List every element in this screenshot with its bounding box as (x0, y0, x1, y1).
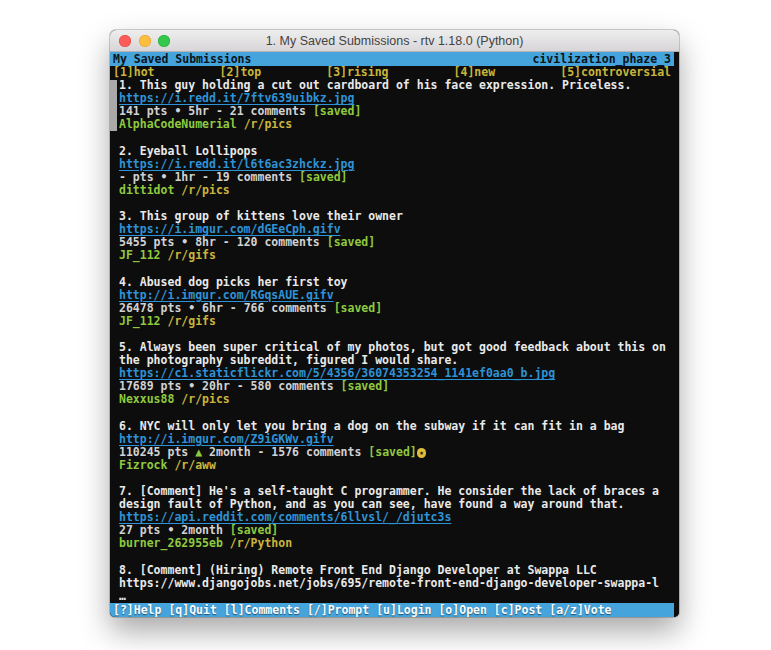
submission-url[interactable]: https://www.djangojobs.net/jobs/695/remo… (119, 576, 659, 590)
age-text: 8hr - 120 comments (188, 235, 326, 249)
help-item-4[interactable]: [/]Prompt (307, 603, 376, 617)
help-bar: [?]Help [q]Quit [l]Comments [/]Prompt [u… (110, 603, 674, 617)
author-name[interactable]: Fizrock (119, 458, 167, 472)
help-item-2[interactable]: [q]Quit (168, 603, 223, 617)
terminal-window: 1. My Saved Submissions - rtv 1.18.0 (Py… (110, 30, 679, 617)
age-text: 5hr - 21 comments (181, 104, 313, 118)
age-text: 6hr - 766 comments (195, 301, 333, 315)
age-text: 1hr - 19 comments (167, 170, 299, 184)
submission-url[interactable]: https://i.redd.it/7ftv639uibkz.jpg (119, 91, 354, 105)
gilded-icon: ★ (417, 448, 427, 458)
help-item-1[interactable]: [?]Help (113, 603, 168, 617)
score-text: 141 pts (119, 104, 174, 118)
submission-url[interactable]: https://i.imgur.com/dGEeCph.gifv (119, 222, 341, 236)
submission-url-row: https://www.djangojobs.net/jobs/695/remo… (110, 577, 673, 590)
score-text: 110245 pts (119, 445, 195, 459)
submission-byline: AlphaCodeNumerial /r/pics (110, 118, 673, 131)
score-text: 17689 pts (119, 379, 188, 393)
author-name[interactable]: JF_112 (119, 314, 161, 328)
score-text: 26478 pts (119, 301, 188, 315)
subreddit-name[interactable]: /r/pics (181, 392, 229, 406)
submission-item[interactable]: 3. This group of kittens love their owne… (110, 210, 679, 262)
submission-url[interactable]: http://i.imgur.com/RGqsAUE.gifv (119, 288, 334, 302)
submission-byline: Fizrock /r/aww (110, 459, 673, 472)
age-text: 2month - 1576 comments (202, 445, 368, 459)
submission-byline: Nexxus88 /r/pics (110, 393, 673, 406)
submission-item[interactable]: 7. [Comment] He's a self-taught C progra… (110, 485, 679, 550)
saved-badge: [saved] (299, 170, 347, 184)
saved-badge: [saved] (368, 445, 416, 459)
subreddit-name[interactable]: /r/Python (230, 536, 292, 550)
submission-byline: burner_262955eb /r/Python (110, 537, 673, 550)
saved-badge: [saved] (334, 301, 382, 315)
submission-item[interactable]: 4. Abused dog picks her first toyhttp://… (110, 276, 679, 328)
submission-byline: JF_112 /r/gifs (110, 249, 673, 262)
author-name[interactable]: Nexxus88 (119, 392, 174, 406)
help-item-5[interactable]: [u]Login (376, 603, 438, 617)
header-bar: My Saved Submissions civilization_phaze_… (110, 52, 674, 66)
blank-line (110, 406, 679, 419)
page-title: My Saved Submissions (113, 52, 251, 66)
subreddit-name[interactable]: /r/pics (244, 117, 292, 131)
age-text: 20hr - 580 comments (195, 379, 340, 393)
window-zoom-button[interactable] (158, 35, 170, 47)
subreddit-name[interactable]: /r/gifs (167, 314, 215, 328)
author-name[interactable]: dittidot (119, 183, 174, 197)
score-text: - pts (119, 170, 161, 184)
author-name[interactable]: JF_112 (119, 248, 161, 262)
window-close-button[interactable] (119, 35, 131, 47)
submission-item[interactable]: 6. NYC will only let you bring a dog on … (110, 420, 679, 472)
subreddit-name[interactable]: /r/pics (181, 183, 229, 197)
subreddit-name[interactable]: /r/aww (174, 458, 216, 472)
blank-line (110, 262, 679, 275)
submission-item[interactable]: 1. This guy holding a cut out cardboard … (110, 79, 679, 131)
traffic-lights (119, 35, 170, 47)
submission-url[interactable]: https://c1.staticflickr.com/5/4356/36074… (119, 366, 555, 380)
author-name[interactable]: burner_262955eb (119, 536, 223, 550)
author-name[interactable]: AlphaCodeNumerial (119, 117, 237, 131)
truncated-ellipsis: … (110, 590, 673, 603)
window-title: 1. My Saved Submissions - rtv 1.18.0 (Py… (266, 34, 524, 48)
terminal-screen: My Saved Submissions civilization_phaze_… (110, 52, 679, 617)
saved-badge: [saved] (230, 523, 278, 537)
help-item-6[interactable]: [o]Open (438, 603, 493, 617)
submission-url[interactable]: http://i.imgur.com/Z9iGKWv.gifv (119, 432, 334, 446)
blank-line (110, 550, 679, 563)
blank-line (110, 328, 679, 341)
score-text: 27 pts (119, 523, 167, 537)
age-text: 2month (174, 523, 229, 537)
submission-item[interactable]: 2. Eyeball Lollipopshttps://i.redd.it/l6… (110, 145, 679, 197)
submission-item[interactable]: 8. [Comment] (Hiring) Remote Front End D… (110, 564, 679, 603)
blank-line (110, 131, 679, 144)
help-item-7[interactable]: [c]Post (494, 603, 549, 617)
submission-byline: dittidot /r/pics (110, 184, 673, 197)
submission-url[interactable]: https://i.redd.it/l6t6ac3zhckz.jpg (119, 157, 354, 171)
submission-url[interactable]: https://api.reddit.com/comments/6llvsl/_… (119, 510, 451, 524)
submission-list: 1. This guy holding a cut out cardboard … (110, 79, 679, 603)
submission-title: 5. Always been super critical of my phot… (110, 341, 673, 367)
logged-in-username: civilization_phaze_3 (533, 52, 671, 66)
subreddit-name[interactable]: /r/gifs (167, 248, 215, 262)
saved-badge: [saved] (341, 379, 389, 393)
score-text: 5455 pts (119, 235, 181, 249)
submission-byline: JF_112 /r/gifs (110, 315, 673, 328)
saved-badge: [saved] (313, 104, 361, 118)
saved-badge: [saved] (327, 235, 375, 249)
window-titlebar[interactable]: 1. My Saved Submissions - rtv 1.18.0 (Py… (110, 30, 679, 52)
submission-title: 7. [Comment] He's a self-taught C progra… (110, 485, 673, 511)
window-minimize-button[interactable] (139, 35, 151, 47)
help-item-3[interactable]: [l]Comments (224, 603, 307, 617)
help-item-8[interactable]: [a/z]Vote (549, 603, 611, 617)
submission-item[interactable]: 5. Always been super critical of my phot… (110, 341, 679, 406)
